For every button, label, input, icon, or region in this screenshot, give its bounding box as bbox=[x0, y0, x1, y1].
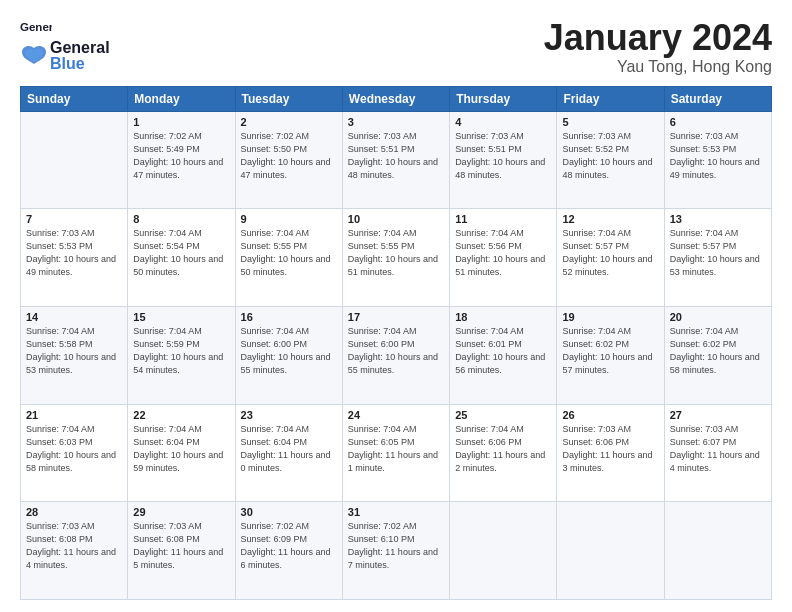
day-number: 24 bbox=[348, 409, 444, 421]
day-info: Sunrise: 7:04 AMSunset: 5:56 PMDaylight:… bbox=[455, 227, 551, 279]
day-number: 30 bbox=[241, 506, 337, 518]
day-number: 31 bbox=[348, 506, 444, 518]
day-number: 17 bbox=[348, 311, 444, 323]
logo-blue-text: Blue bbox=[50, 56, 110, 72]
logo-bird-icon bbox=[20, 42, 48, 70]
day-info: Sunrise: 7:04 AMSunset: 5:55 PMDaylight:… bbox=[241, 227, 337, 279]
calendar-cell: 30Sunrise: 7:02 AMSunset: 6:09 PMDayligh… bbox=[235, 502, 342, 600]
day-info: Sunrise: 7:03 AMSunset: 6:07 PMDaylight:… bbox=[670, 423, 766, 475]
calendar-cell: 3Sunrise: 7:03 AMSunset: 5:51 PMDaylight… bbox=[342, 111, 449, 209]
day-info: Sunrise: 7:04 AMSunset: 5:54 PMDaylight:… bbox=[133, 227, 229, 279]
header-saturday: Saturday bbox=[664, 86, 771, 111]
day-info: Sunrise: 7:02 AMSunset: 6:09 PMDaylight:… bbox=[241, 520, 337, 572]
day-number: 16 bbox=[241, 311, 337, 323]
calendar-cell: 21Sunrise: 7:04 AMSunset: 6:03 PMDayligh… bbox=[21, 404, 128, 502]
logo-general-text: General bbox=[50, 40, 110, 56]
header-tuesday: Tuesday bbox=[235, 86, 342, 111]
calendar-cell: 22Sunrise: 7:04 AMSunset: 6:04 PMDayligh… bbox=[128, 404, 235, 502]
weekday-header-row: Sunday Monday Tuesday Wednesday Thursday… bbox=[21, 86, 772, 111]
calendar-cell: 9Sunrise: 7:04 AMSunset: 5:55 PMDaylight… bbox=[235, 209, 342, 307]
day-info: Sunrise: 7:03 AMSunset: 5:52 PMDaylight:… bbox=[562, 130, 658, 182]
header-thursday: Thursday bbox=[450, 86, 557, 111]
day-number: 23 bbox=[241, 409, 337, 421]
day-number: 8 bbox=[133, 213, 229, 225]
day-info: Sunrise: 7:04 AMSunset: 6:02 PMDaylight:… bbox=[670, 325, 766, 377]
day-info: Sunrise: 7:03 AMSunset: 5:51 PMDaylight:… bbox=[348, 130, 444, 182]
title-block: January 2024 Yau Tong, Hong Kong bbox=[544, 18, 772, 76]
day-info: Sunrise: 7:03 AMSunset: 5:51 PMDaylight:… bbox=[455, 130, 551, 182]
day-number: 14 bbox=[26, 311, 122, 323]
day-number: 5 bbox=[562, 116, 658, 128]
calendar-week-row: 7Sunrise: 7:03 AMSunset: 5:53 PMDaylight… bbox=[21, 209, 772, 307]
day-number: 15 bbox=[133, 311, 229, 323]
day-number: 13 bbox=[670, 213, 766, 225]
calendar-cell: 20Sunrise: 7:04 AMSunset: 6:02 PMDayligh… bbox=[664, 306, 771, 404]
day-number: 10 bbox=[348, 213, 444, 225]
calendar-week-row: 28Sunrise: 7:03 AMSunset: 6:08 PMDayligh… bbox=[21, 502, 772, 600]
day-info: Sunrise: 7:04 AMSunset: 5:59 PMDaylight:… bbox=[133, 325, 229, 377]
day-info: Sunrise: 7:03 AMSunset: 5:53 PMDaylight:… bbox=[26, 227, 122, 279]
calendar-cell: 1Sunrise: 7:02 AMSunset: 5:49 PMDaylight… bbox=[128, 111, 235, 209]
calendar-cell: 17Sunrise: 7:04 AMSunset: 6:00 PMDayligh… bbox=[342, 306, 449, 404]
day-info: Sunrise: 7:04 AMSunset: 6:01 PMDaylight:… bbox=[455, 325, 551, 377]
day-info: Sunrise: 7:04 AMSunset: 6:06 PMDaylight:… bbox=[455, 423, 551, 475]
header-wednesday: Wednesday bbox=[342, 86, 449, 111]
day-info: Sunrise: 7:02 AMSunset: 5:49 PMDaylight:… bbox=[133, 130, 229, 182]
day-number: 19 bbox=[562, 311, 658, 323]
calendar-cell: 2Sunrise: 7:02 AMSunset: 5:50 PMDaylight… bbox=[235, 111, 342, 209]
day-info: Sunrise: 7:04 AMSunset: 5:58 PMDaylight:… bbox=[26, 325, 122, 377]
day-info: Sunrise: 7:04 AMSunset: 5:55 PMDaylight:… bbox=[348, 227, 444, 279]
day-number: 4 bbox=[455, 116, 551, 128]
day-number: 29 bbox=[133, 506, 229, 518]
calendar-week-row: 14Sunrise: 7:04 AMSunset: 5:58 PMDayligh… bbox=[21, 306, 772, 404]
calendar-subtitle: Yau Tong, Hong Kong bbox=[544, 58, 772, 76]
day-number: 7 bbox=[26, 213, 122, 225]
calendar-cell: 28Sunrise: 7:03 AMSunset: 6:08 PMDayligh… bbox=[21, 502, 128, 600]
day-number: 28 bbox=[26, 506, 122, 518]
calendar-week-row: 21Sunrise: 7:04 AMSunset: 6:03 PMDayligh… bbox=[21, 404, 772, 502]
day-info: Sunrise: 7:03 AMSunset: 6:08 PMDaylight:… bbox=[26, 520, 122, 572]
day-number: 27 bbox=[670, 409, 766, 421]
day-number: 11 bbox=[455, 213, 551, 225]
calendar-cell: 18Sunrise: 7:04 AMSunset: 6:01 PMDayligh… bbox=[450, 306, 557, 404]
day-number: 2 bbox=[241, 116, 337, 128]
calendar-cell: 12Sunrise: 7:04 AMSunset: 5:57 PMDayligh… bbox=[557, 209, 664, 307]
header: General General Blue January 2024 Yau To… bbox=[20, 18, 772, 76]
calendar-cell: 14Sunrise: 7:04 AMSunset: 5:58 PMDayligh… bbox=[21, 306, 128, 404]
calendar-cell bbox=[21, 111, 128, 209]
day-info: Sunrise: 7:04 AMSunset: 5:57 PMDaylight:… bbox=[562, 227, 658, 279]
day-number: 6 bbox=[670, 116, 766, 128]
calendar-cell: 13Sunrise: 7:04 AMSunset: 5:57 PMDayligh… bbox=[664, 209, 771, 307]
day-info: Sunrise: 7:04 AMSunset: 6:03 PMDaylight:… bbox=[26, 423, 122, 475]
calendar-cell: 23Sunrise: 7:04 AMSunset: 6:04 PMDayligh… bbox=[235, 404, 342, 502]
calendar-cell: 27Sunrise: 7:03 AMSunset: 6:07 PMDayligh… bbox=[664, 404, 771, 502]
calendar-cell bbox=[557, 502, 664, 600]
calendar-week-row: 1Sunrise: 7:02 AMSunset: 5:49 PMDaylight… bbox=[21, 111, 772, 209]
calendar-cell: 26Sunrise: 7:03 AMSunset: 6:06 PMDayligh… bbox=[557, 404, 664, 502]
day-info: Sunrise: 7:04 AMSunset: 6:00 PMDaylight:… bbox=[241, 325, 337, 377]
day-info: Sunrise: 7:02 AMSunset: 5:50 PMDaylight:… bbox=[241, 130, 337, 182]
day-info: Sunrise: 7:04 AMSunset: 5:57 PMDaylight:… bbox=[670, 227, 766, 279]
day-info: Sunrise: 7:04 AMSunset: 6:04 PMDaylight:… bbox=[241, 423, 337, 475]
calendar-cell: 6Sunrise: 7:03 AMSunset: 5:53 PMDaylight… bbox=[664, 111, 771, 209]
calendar-cell: 4Sunrise: 7:03 AMSunset: 5:51 PMDaylight… bbox=[450, 111, 557, 209]
calendar-cell: 29Sunrise: 7:03 AMSunset: 6:08 PMDayligh… bbox=[128, 502, 235, 600]
calendar-cell: 25Sunrise: 7:04 AMSunset: 6:06 PMDayligh… bbox=[450, 404, 557, 502]
svg-text:General: General bbox=[20, 21, 52, 33]
day-number: 22 bbox=[133, 409, 229, 421]
calendar-cell: 5Sunrise: 7:03 AMSunset: 5:52 PMDaylight… bbox=[557, 111, 664, 209]
day-number: 1 bbox=[133, 116, 229, 128]
calendar-title: January 2024 bbox=[544, 18, 772, 58]
day-number: 26 bbox=[562, 409, 658, 421]
calendar-header: Sunday Monday Tuesday Wednesday Thursday… bbox=[21, 86, 772, 111]
header-friday: Friday bbox=[557, 86, 664, 111]
day-info: Sunrise: 7:03 AMSunset: 6:08 PMDaylight:… bbox=[133, 520, 229, 572]
calendar-cell: 31Sunrise: 7:02 AMSunset: 6:10 PMDayligh… bbox=[342, 502, 449, 600]
day-info: Sunrise: 7:04 AMSunset: 6:05 PMDaylight:… bbox=[348, 423, 444, 475]
day-info: Sunrise: 7:02 AMSunset: 6:10 PMDaylight:… bbox=[348, 520, 444, 572]
calendar-cell: 15Sunrise: 7:04 AMSunset: 5:59 PMDayligh… bbox=[128, 306, 235, 404]
day-number: 21 bbox=[26, 409, 122, 421]
calendar-cell: 10Sunrise: 7:04 AMSunset: 5:55 PMDayligh… bbox=[342, 209, 449, 307]
calendar-cell: 8Sunrise: 7:04 AMSunset: 5:54 PMDaylight… bbox=[128, 209, 235, 307]
calendar-table: Sunday Monday Tuesday Wednesday Thursday… bbox=[20, 86, 772, 600]
